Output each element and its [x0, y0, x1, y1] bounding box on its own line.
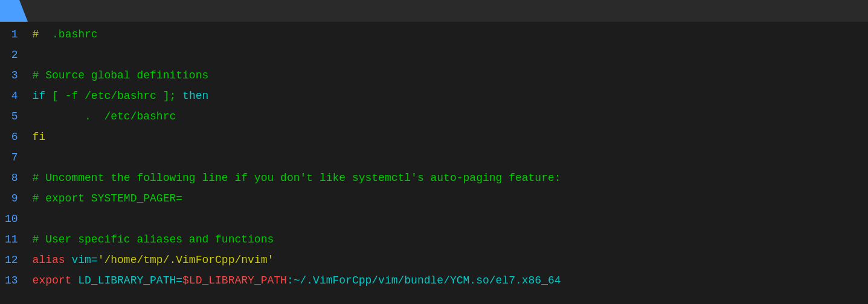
line-number: 13 — [5, 270, 18, 291]
tab-bashrc[interactable] — [0, 0, 28, 22]
line-number: 12 — [5, 250, 18, 270]
code-area: 12345678910111213 # .bashrc # Source glo… — [0, 22, 868, 304]
line-number: 2 — [5, 45, 18, 65]
table-row: export LD_LIBRARY_PATH=$LD_LIBRARY_PATH:… — [33, 270, 863, 291]
table-row — [33, 45, 863, 65]
table-row: fi — [33, 127, 863, 147]
table-row: if [ -f /etc/bashrc ]; then — [33, 86, 863, 106]
code-content[interactable]: # .bashrc # Source global definitionsif … — [28, 24, 868, 304]
table-row — [33, 209, 863, 229]
table-row: # Uncomment the following line if you do… — [33, 168, 863, 188]
table-row: # export SYSTEMD_PAGER= — [33, 188, 863, 209]
table-row: . /etc/bashrc — [33, 106, 863, 127]
line-number: 8 — [5, 168, 18, 188]
line-number: 4 — [5, 86, 18, 106]
tab-bar — [0, 0, 868, 22]
table-row: # Source global definitions — [33, 65, 863, 86]
table-row: alias vim='/home/tmp/.VimForCpp/nvim' — [33, 250, 863, 270]
line-numbers: 12345678910111213 — [0, 24, 28, 304]
line-number: 3 — [5, 65, 18, 86]
line-number: 6 — [5, 127, 18, 147]
table-row: # User specific aliases and functions — [33, 229, 863, 250]
line-number: 11 — [5, 229, 18, 250]
line-number: 7 — [5, 147, 18, 168]
editor-container: 12345678910111213 # .bashrc # Source glo… — [0, 0, 868, 304]
line-number: 5 — [5, 106, 18, 127]
line-number: 9 — [5, 188, 18, 209]
line-number: 1 — [5, 24, 18, 45]
line-number: 10 — [5, 209, 18, 229]
table-row — [33, 147, 863, 168]
table-row: # .bashrc — [33, 24, 863, 45]
